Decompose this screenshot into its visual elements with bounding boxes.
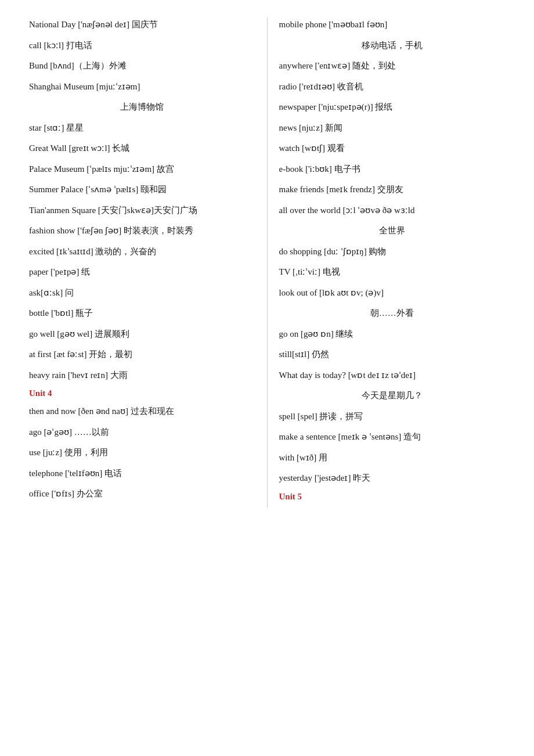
main-content: National Day ['næʃənəl deɪ] 国庆节call [kɔː… [23, 17, 511, 507]
entry: with [wɪð] 用 [279, 451, 506, 466]
unit-heading: Unit 5 [279, 492, 506, 502]
entry: heavy rain ['hevɪ reɪn] 大雨 [29, 368, 255, 383]
entry-center: 移动电话，手机 [279, 38, 506, 53]
entry: then and now [ðen ənd naʊ] 过去和现在 [29, 404, 255, 419]
entry: What day is today? [wɒt deɪ ɪz təˈdeɪ] [279, 368, 506, 383]
entry: radio ['reɪdɪəʊ] 收音机 [279, 80, 506, 95]
entry: Palace Museum [ˈpælɪs mjuːˈzɪəm] 故宫 [29, 162, 255, 177]
entry: star [stɑː] 星星 [29, 121, 255, 136]
entry: excited [ɪkˈsaɪtɪd] 激动的，兴奋的 [29, 244, 255, 260]
entry: make a sentence [meɪk ə ˈsentəns] 造句 [279, 430, 506, 445]
entry: make friends [meɪk frendz] 交朋友 [279, 182, 506, 197]
entry: newspaper ['njuːspeɪpə(r)] 报纸 [279, 100, 506, 115]
entry: anywhere ['enɪwɛə] 随处，到处 [279, 59, 506, 74]
right-column: mobile phone ['məʊbaɪl fəʊn]移动电话，手机anywh… [268, 17, 511, 507]
entry: call [kɔːl] 打电话 [29, 38, 255, 53]
entry: fashion show ['fæʃən ʃəʊ] 时装表演，时装秀 [29, 224, 255, 239]
entry: all over the world [ɔːl ˈəʊvə ðə wɜːld [279, 203, 506, 218]
entry: Bund [bʌnd]（上海）外滩 [29, 59, 255, 74]
left-column: National Day ['næʃənəl deɪ] 国庆节call [kɔː… [23, 17, 268, 507]
entry: bottle ['bɒtl] 瓶子 [29, 306, 255, 321]
entry: at first [æt fəːst] 开始，最初 [29, 347, 255, 362]
entry: Summer Palace [ˈsʌmə ˈpælɪs] 颐和园 [29, 182, 255, 197]
entry-center: 全世界 [279, 224, 506, 239]
entry: mobile phone ['məʊbaɪl fəʊn] [279, 17, 506, 33]
entry-center: 今天是星期几？ [279, 388, 506, 404]
entry-center: 朝……外看 [279, 306, 506, 321]
entry: use [juːz] 使用，利用 [29, 445, 255, 460]
entry: do shopping [duː ˈʃɒpɪŋ] 购物 [279, 244, 506, 260]
entry: go well [gəʊ wel] 进展顺利 [29, 327, 255, 342]
entry: Tian'anmen Square [天安门skwɛə]天安门广场 [29, 203, 255, 218]
entry: TV [ˌtiːˈviː] 电视 [279, 265, 506, 280]
entry: news [njuːz] 新闻 [279, 121, 506, 136]
entry-center: 上海博物馆 [29, 100, 255, 115]
entry: National Day ['næʃənəl deɪ] 国庆节 [29, 17, 255, 33]
unit-heading: Unit 4 [29, 388, 255, 398]
entry: yesterday ['jestədeɪ] 昨天 [279, 471, 506, 486]
entry: watch [wɒtʃ] 观看 [279, 141, 506, 156]
entry: Shanghai Museum [mjuːˈzɪəm] [29, 80, 255, 95]
entry: Great Wall [greɪt wɔːl] 长城 [29, 141, 255, 156]
entry: office ['ɒfɪs] 办公室 [29, 487, 255, 502]
entry: ago [əˈgəʊ] ……以前 [29, 425, 255, 440]
entry: telephone ['telɪfəʊn] 电话 [29, 466, 255, 481]
entry: ask[ɑːsk] 问 [29, 286, 255, 301]
entry: paper ['peɪpə] 纸 [29, 265, 255, 280]
entry: go on [gəʊ ɒn] 继续 [279, 327, 506, 342]
entry: look out of [lɒk aʊt ɒv; (ə)v] [279, 286, 506, 301]
entry: still[stɪl] 仍然 [279, 347, 506, 362]
entry: spell [spel] 拼读，拼写 [279, 409, 506, 424]
entry: e-book ['iːbʊk] 电子书 [279, 162, 506, 177]
